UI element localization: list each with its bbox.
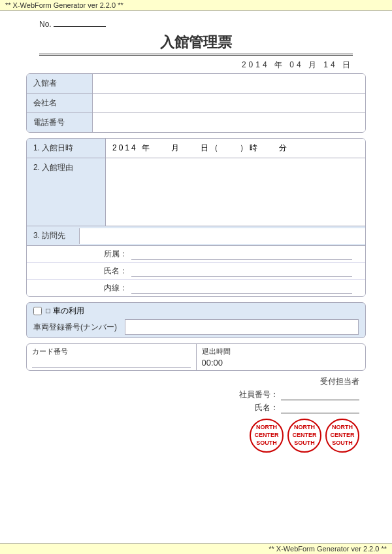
car-number-input-cell — [125, 319, 359, 335]
datetime-label: 1. 入館日時 — [27, 139, 105, 158]
affiliation-row: 所属： — [27, 246, 365, 263]
visitor-input[interactable] — [93, 74, 365, 93]
reception-label: 受付担当者 — [26, 376, 359, 387]
datetime-value: 2014 年 月 日（ ）時 分 — [105, 139, 365, 158]
stamps-row: NORTH CENTER SOUTH NORTH CENTER SOUTH NO… — [26, 419, 366, 453]
stamp-1-line1: NORTH — [256, 424, 277, 432]
extension-label: 内線： — [27, 281, 131, 295]
form-body: 入館者 会社名 電話番号 1. 入館日時 20 — [26, 73, 366, 453]
reason-row: 2. 入館理由 — [27, 158, 365, 226]
phone-label: 電話番号 — [27, 113, 92, 132]
name2-label: 氏名： — [255, 402, 278, 413]
name-input[interactable] — [131, 266, 352, 276]
date-line: 2014 年 04 月 14 日 — [0, 56, 392, 73]
exit-time-cell: 退出時間 00:00 — [197, 344, 366, 370]
car-number-row: 車両登録番号(ナンバー) — [33, 319, 359, 335]
name-input-cell — [131, 266, 352, 277]
exit-time-label: 退出時間 — [202, 347, 361, 356]
car-checkbox[interactable] — [33, 307, 42, 315]
visit-label: 3. 訪問先 — [27, 226, 79, 245]
company-label: 会社名 — [27, 94, 92, 113]
no-line: No. — [0, 11, 392, 30]
stamp-3-line1: NORTH — [332, 424, 353, 432]
phone-row: 電話番号 — [27, 113, 365, 132]
car-number-label: 車両登録番号(ナンバー) — [33, 322, 125, 333]
extension-input[interactable] — [131, 283, 352, 293]
page: ** X-WebForm Generator ver 2.2.0 ** No. … — [0, 0, 392, 554]
stamp-1-line2: CENTER — [254, 432, 278, 440]
name2-row: 氏名： — [255, 402, 359, 413]
card-time-row: カード番号 退出時間 00:00 — [27, 344, 365, 370]
visit-sub-rows: 所属： 氏名： 内線： — [27, 246, 365, 296]
visit-section: 3. 訪問先 所属： 氏名： — [27, 226, 365, 296]
car-section: □ 車の利用 車両登録番号(ナンバー) — [26, 302, 366, 338]
visit-top-row: 3. 訪問先 — [27, 226, 365, 246]
page-title: 入館管理票 — [39, 30, 353, 56]
car-checkbox-row: □ 車の利用 — [33, 305, 359, 317]
footer-bar: ** X-WebForm Generator ver 2.2.0 ** — [0, 543, 392, 554]
stamp-2-line2: CENTER — [292, 432, 316, 440]
stamp-2-line1: NORTH — [294, 424, 315, 432]
company-input[interactable] — [93, 94, 365, 113]
employee-row: 社員番号： — [239, 389, 359, 400]
visit-top-input-cell — [79, 228, 365, 244]
reception-section: 受付担当者 社員番号： 氏名： — [26, 376, 366, 415]
stamp-2: NORTH CENTER SOUTH — [287, 419, 321, 453]
company-input-cell — [92, 94, 365, 113]
card-label: カード番号 — [32, 347, 191, 356]
card-cell: カード番号 — [27, 344, 197, 370]
header-text: ** X-WebForm Generator ver 2.2.0 ** — [5, 1, 123, 9]
exit-time-value: 00:00 — [202, 358, 361, 368]
affiliation-input[interactable] — [131, 249, 352, 259]
visit-top-input[interactable] — [80, 228, 365, 244]
visitor-input-cell — [92, 74, 365, 93]
no-input[interactable] — [54, 16, 106, 27]
stamp-3: NORTH CENTER SOUTH — [325, 419, 359, 453]
reason-label: 2. 入館理由 — [27, 158, 105, 226]
datetime-section: 1. 入館日時 2014 年 月 日（ ）時 分 2. 入館理由 3. 訪問先 — [26, 138, 366, 297]
no-label: No. — [39, 20, 52, 29]
affiliation-label: 所属： — [27, 247, 131, 261]
footer-text: ** X-WebForm Generator ver 2.2.0 ** — [269, 545, 387, 553]
visitor-label: 入館者 — [27, 74, 92, 93]
datetime-row: 1. 入館日時 2014 年 月 日（ ）時 分 — [27, 139, 365, 158]
reason-textarea[interactable] — [106, 158, 365, 224]
employee-label: 社員番号： — [239, 389, 278, 400]
name-label: 氏名： — [27, 264, 131, 278]
reception-fields: 社員番号： 氏名： — [26, 389, 359, 415]
stamp-3-line2: CENTER — [330, 432, 354, 440]
header-bar: ** X-WebForm Generator ver 2.2.0 ** — [0, 0, 392, 11]
extension-row: 内線： — [27, 280, 365, 296]
card-input[interactable] — [32, 358, 191, 368]
name-row: 氏名： — [27, 263, 365, 280]
car-number-input[interactable] — [125, 320, 358, 334]
phone-input[interactable] — [93, 113, 365, 132]
card-time-section: カード番号 退出時間 00:00 — [26, 343, 366, 371]
phone-input-cell — [92, 113, 365, 132]
reason-textarea-cell — [105, 158, 365, 226]
extension-input-cell — [131, 283, 352, 294]
affiliation-input-cell — [131, 249, 352, 260]
company-row: 会社名 — [27, 94, 365, 113]
stamp-3-line3: SOUTH — [332, 440, 353, 447]
name2-input[interactable] — [281, 402, 359, 413]
stamp-2-line3: SOUTH — [294, 440, 315, 447]
car-label: □ 車の利用 — [46, 305, 84, 317]
employee-input[interactable] — [281, 389, 359, 400]
basic-info-section: 入館者 会社名 電話番号 — [26, 73, 366, 133]
stamp-1-line3: SOUTH — [256, 440, 277, 447]
visitor-row: 入館者 — [27, 74, 365, 94]
stamp-1: NORTH CENTER SOUTH — [250, 419, 284, 453]
